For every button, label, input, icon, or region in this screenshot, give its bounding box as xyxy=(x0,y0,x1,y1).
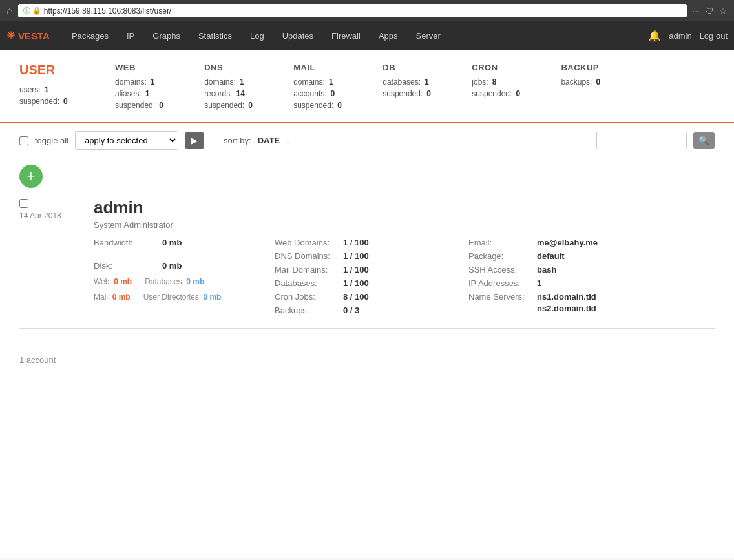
disk-row: Disk: 0 mb xyxy=(94,261,275,271)
ip-label: IP Addresses: xyxy=(468,278,533,288)
logout-button[interactable]: Log out xyxy=(700,31,728,41)
email-value: me@elbahy.me xyxy=(537,238,598,247)
browser-nav-icons: ⌂ xyxy=(6,5,13,17)
main-content: USER users: 1 suspended: 0 WEB domains:1… xyxy=(0,50,734,558)
mail-stats: MAIL domains:1 accounts:0 suspended:0 xyxy=(293,63,350,112)
db-databases-val: 1 xyxy=(425,78,437,87)
address-bar[interactable]: ⓘ 🔒 https://159.89.115.106:8083/list/use… xyxy=(18,4,687,17)
user-section-title: USER xyxy=(19,63,76,78)
dns-suspended-val: 0 xyxy=(248,101,261,110)
web-suspended-label: suspended: xyxy=(115,101,155,110)
brand-logo[interactable]: ☀ VESTA xyxy=(6,30,50,41)
footer: 1 account xyxy=(0,342,734,378)
brand-name: VESTA xyxy=(18,30,50,41)
mail-title: MAIL xyxy=(293,63,350,72)
db-title: DB xyxy=(383,63,439,72)
databases-disk-label: Databases: xyxy=(145,277,184,286)
ssh-value: bash xyxy=(537,265,556,275)
dns-records-label: records: xyxy=(204,89,232,98)
mail-suspended-val: 0 xyxy=(337,101,350,110)
more-icon[interactable]: ··· xyxy=(692,6,700,16)
user-dirs-item: User Directories: 0 mb xyxy=(143,293,222,302)
ssh-label: SSH Access: xyxy=(468,265,533,275)
nav-apps[interactable]: Apps xyxy=(370,23,407,48)
user-role: System Administrator xyxy=(94,220,715,230)
disk-sub-info-2: Mail: 0 mb User Directories: 0 mb xyxy=(94,293,275,302)
mail-disk-label: Mail: xyxy=(94,293,110,302)
web-disk-item: Web: 0 mb xyxy=(94,277,132,286)
cron-stats: CRON jobs:8 suspended:0 xyxy=(472,63,529,112)
bandwidth-label: Bandwidth xyxy=(94,238,158,247)
cron-suspended-label: suspended: xyxy=(472,89,512,98)
user-entry-left: 14 Apr 2018 xyxy=(19,198,84,220)
nav-packages[interactable]: Packages xyxy=(63,23,118,48)
backup-title: BACKUP xyxy=(561,63,609,72)
nav-firewall[interactable]: Firewall xyxy=(322,23,370,48)
toolbar: toggle all apply to selected suspend del… xyxy=(0,123,734,158)
mail-accounts-val: 0 xyxy=(331,89,344,98)
star-icon[interactable]: ☆ xyxy=(719,6,728,16)
suspended-stat-row: suspended: 0 xyxy=(19,97,76,106)
user-list-area: + 14 Apr 2018 admin System Administrator… xyxy=(0,158,734,328)
package-value: default xyxy=(537,251,565,261)
web-domains-label: Web Domains: xyxy=(275,238,339,247)
user-name: admin xyxy=(94,198,143,217)
nav-links: Packages IP Graphs Statistics Log Update… xyxy=(63,23,648,48)
db-suspended-val: 0 xyxy=(426,89,439,98)
back-icon[interactable]: ⌂ xyxy=(6,5,13,17)
dns-suspended-label: suspended: xyxy=(204,101,244,110)
mail-domains-label: Mail Domains: xyxy=(275,265,339,275)
nav-graphs[interactable]: Graphs xyxy=(143,23,189,48)
toggle-all-checkbox[interactable] xyxy=(19,136,28,145)
bandwidth-row: Bandwidth 0 mb xyxy=(94,238,275,247)
users-value: 1 xyxy=(45,85,58,94)
cron-suspended-val: 0 xyxy=(516,89,529,98)
apply-to-selected-dropdown[interactable]: apply to selected suspend delete xyxy=(75,131,178,150)
search-input[interactable] xyxy=(596,132,687,149)
user-select-checkbox[interactable] xyxy=(19,199,28,208)
search-button[interactable]: 🔍 xyxy=(693,132,715,149)
nav-log[interactable]: Log xyxy=(241,23,273,48)
nav-statistics[interactable]: Statistics xyxy=(189,23,241,48)
nav-ip[interactable]: IP xyxy=(118,23,143,48)
resource-usage-block: Bandwidth 0 mb Disk: 0 mb Web: 0 mb xyxy=(94,238,275,315)
admin-username: admin xyxy=(669,31,691,41)
email-label: Email: xyxy=(468,238,533,247)
notification-bell-icon[interactable]: 🔔 xyxy=(648,30,661,42)
mail-domains-row: Mail Domains: 1 / 100 xyxy=(275,265,468,275)
section-divider xyxy=(19,328,715,329)
ssh-row: SSH Access: bash xyxy=(468,265,715,275)
backups-value: 0 / 3 xyxy=(343,306,359,315)
web-title: WEB xyxy=(115,63,172,72)
web-aliases-val: 1 xyxy=(145,89,158,98)
apply-button[interactable]: ▶ xyxy=(185,132,204,149)
dns-records-val: 14 xyxy=(236,89,249,98)
stats-header: USER users: 1 suspended: 0 WEB domains:1… xyxy=(0,50,734,123)
suspended-label: suspended: xyxy=(19,97,59,106)
category-stats-group: WEB domains:1 aliases:1 suspended:0 DNS … xyxy=(115,63,609,112)
mail-disk-value: 0 mb xyxy=(112,293,131,302)
web-disk-value: 0 mb xyxy=(114,277,132,286)
backups-label: backups: xyxy=(561,78,592,87)
cron-title: CRON xyxy=(472,63,529,72)
dns-domains-label: domains: xyxy=(204,78,236,87)
nav-right: 🔔 admin Log out xyxy=(648,30,728,42)
databases-count-value: 1 / 100 xyxy=(343,278,369,288)
account-info-block: Email: me@elbahy.me Package: default SSH… xyxy=(468,238,715,315)
security-icon: ⓘ 🔒 xyxy=(23,6,41,16)
bookmark-icon[interactable]: 🛡 xyxy=(705,6,714,16)
backup-stats: BACKUP backups:0 xyxy=(561,63,609,112)
user-dirs-label: User Directories: xyxy=(143,293,201,302)
users-label: users: xyxy=(19,85,41,94)
dns-stats: DNS domains:1 records:14 suspended:0 xyxy=(204,63,261,112)
nav-server[interactable]: Server xyxy=(407,23,450,48)
web-domains-row: Web Domains: 1 / 100 xyxy=(275,238,468,247)
nav-updates[interactable]: Updates xyxy=(273,23,322,48)
mail-domains-value: 1 / 100 xyxy=(343,265,369,275)
bandwidth-value: 0 mb xyxy=(162,238,182,247)
mail-accounts-label: accounts: xyxy=(293,89,326,98)
user-stats-section: USER users: 1 suspended: 0 xyxy=(19,63,76,109)
user-name-row: admin xyxy=(94,198,715,218)
add-user-button[interactable]: + xyxy=(19,165,43,188)
url-text: https://159.89.115.106:8083/list/user/ xyxy=(44,6,171,16)
